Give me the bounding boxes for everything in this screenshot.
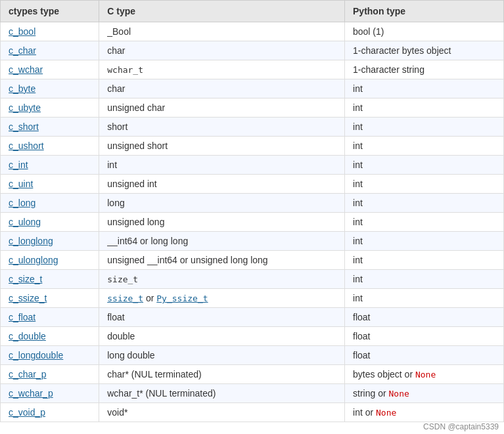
python-type-cell: int (345, 98, 504, 118)
ctypes-type-cell: c_bool (1, 22, 99, 41)
table-row: c_longlongint (1, 194, 504, 213)
python-type-cell: int (345, 79, 504, 98)
table-row: c_ushortunsigned shortint (1, 137, 504, 156)
header-python-type: Python type (345, 1, 504, 22)
table-row: c_intintint (1, 156, 504, 175)
ctypes-type-link[interactable]: c_ulong (9, 217, 41, 227)
ctypes-type-cell: c_ushort (1, 137, 99, 156)
table-row: c_longdoublelong doublefloat (1, 346, 504, 365)
c-type-text: unsigned long (99, 213, 345, 232)
ctypes-type-link[interactable]: c_char_p (9, 369, 47, 380)
python-type-cell: 1-character bytes object (345, 41, 504, 60)
c-type-text: __int64 or long long (99, 232, 345, 251)
table-row: c_bool_Boolbool (1) (1, 22, 504, 41)
ctypes-type-link[interactable]: c_wchar_p (9, 388, 53, 399)
ctypes-type-link[interactable]: c_longdouble (9, 350, 63, 360)
c-type-text: unsigned int (99, 175, 345, 194)
ctypes-type-cell: c_ulonglong (1, 251, 99, 270)
ctypes-type-link[interactable]: c_ushort (9, 141, 44, 151)
table-row: c_ubyteunsigned charint (1, 98, 504, 118)
c-type-text: wchar_t* (NUL terminated) (99, 384, 345, 403)
python-type-cell: int (345, 175, 504, 194)
ctypes-type-link[interactable]: c_bool (9, 26, 35, 37)
table-row: c_doubledoublefloat (1, 327, 504, 346)
c-type-text: unsigned char (99, 98, 345, 118)
python-type-cell: int (345, 213, 504, 232)
c-type-text: unsigned __int64 or unsigned long long (99, 251, 345, 270)
python-type-cell: int (345, 156, 504, 175)
table-row: c_longlong__int64 or long longint (1, 232, 504, 251)
python-type-cell: 1-character string (345, 60, 504, 79)
ctypes-type-link[interactable]: c_void_p (9, 407, 45, 418)
c-type-text: void* (99, 403, 345, 422)
ctypes-type-cell: c_char (1, 41, 99, 60)
c-type-text: char* (NUL terminated) (99, 365, 345, 384)
table-row: c_size_tsize_tint (1, 270, 504, 289)
table-header-row: ctypes type C type Python type (1, 1, 504, 22)
python-type-cell: bytes object or None (345, 365, 504, 384)
ctypes-type-link[interactable]: c_int (9, 160, 28, 170)
ctypes-type-cell: c_int (1, 156, 99, 175)
c-type-text: short (99, 118, 345, 137)
ctypes-type-cell: c_byte (1, 79, 99, 98)
ctypes-type-link[interactable]: c_ulonglong (9, 255, 58, 265)
table-row: c_ulonglongunsigned __int64 or unsigned … (1, 251, 504, 270)
ctypes-type-link[interactable]: c_float (9, 312, 35, 322)
ctypes-type-link[interactable]: c_short (9, 121, 39, 132)
ctypes-type-link[interactable]: c_uint (9, 179, 33, 189)
ctypes-type-link[interactable]: c_wchar (9, 64, 43, 75)
ctypes-type-link[interactable]: c_ubyte (9, 102, 41, 113)
ctypes-type-cell: c_ubyte (1, 98, 99, 118)
python-type-cell: int (345, 289, 504, 308)
ctypes-type-cell: c_char_p (1, 365, 99, 384)
c-type-text: char (99, 41, 345, 60)
c-type-text: char (99, 79, 345, 98)
ctypes-type-link[interactable]: c_size_t (9, 274, 42, 284)
ctypes-type-link[interactable]: c_long (9, 198, 35, 208)
table-row: c_wcharwchar_t1-character string (1, 60, 504, 79)
ctypes-type-link[interactable]: c_ssize_t (9, 293, 47, 303)
python-type-cell: float (345, 308, 504, 327)
header-c-type: C type (99, 1, 345, 22)
py-ssize-t-link[interactable]: Py_ssize_t (156, 293, 208, 303)
table-row: c_wchar_pwchar_t* (NUL terminated)string… (1, 384, 504, 403)
c-type-text: long (99, 194, 345, 213)
python-type-cell: int or None (345, 403, 504, 422)
c-type-text: unsigned short (99, 137, 345, 156)
c-type-text: float (99, 308, 345, 327)
c-type-text: int (99, 156, 345, 175)
c-type-cell: size_t (99, 270, 345, 289)
table-row: c_shortshortint (1, 118, 504, 137)
ctypes-type-link[interactable]: c_longlong (9, 236, 53, 246)
python-type-cell: int (345, 118, 504, 137)
c-type-cell: ssize_t or Py_ssize_t (99, 289, 345, 308)
ctypes-type-cell: c_float (1, 308, 99, 327)
ctypes-type-cell: c_double (1, 327, 99, 346)
c-type-code: wchar_t (107, 65, 143, 75)
python-type-cell: string or None (345, 384, 504, 403)
ctypes-type-cell: c_void_p (1, 403, 99, 422)
python-type-cell: float (345, 346, 504, 365)
ctypes-type-link[interactable]: c_double (9, 331, 46, 341)
ssize-t-link[interactable]: ssize_t (107, 293, 143, 303)
ctypes-table: ctypes type C type Python type c_bool_Bo… (0, 0, 504, 422)
none-keyword: None (415, 370, 436, 380)
ctypes-type-cell: c_size_t (1, 270, 99, 289)
ctypes-type-cell: c_long (1, 194, 99, 213)
none-keyword: None (388, 389, 409, 399)
ctypes-type-cell: c_ulong (1, 213, 99, 232)
table-row: c_bytecharint (1, 79, 504, 98)
ctypes-type-cell: c_longdouble (1, 346, 99, 365)
ctypes-type-cell: c_wchar (1, 60, 99, 79)
ctypes-type-link[interactable]: c_char (9, 45, 36, 56)
python-type-cell: int (345, 251, 504, 270)
ctypes-type-cell: c_wchar_p (1, 384, 99, 403)
c-type-text: long double (99, 346, 345, 365)
c-type-code: size_t (107, 274, 138, 284)
python-type-cell: int (345, 137, 504, 156)
python-type-cell: int (345, 232, 504, 251)
ctypes-type-link[interactable]: c_byte (9, 83, 35, 94)
c-type-text: double (99, 327, 345, 346)
ctypes-type-cell: c_longlong (1, 232, 99, 251)
table-row: c_charchar1-character bytes object (1, 41, 504, 60)
